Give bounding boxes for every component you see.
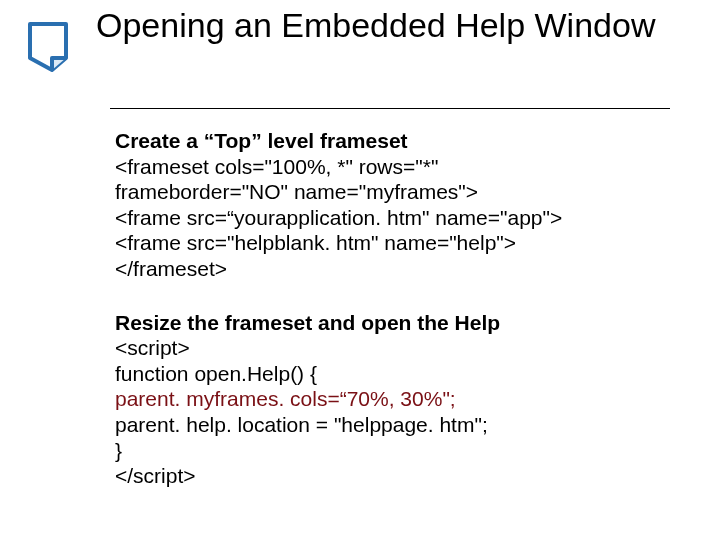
code-line: <frame src=“yourapplication. htm" name="… (115, 205, 680, 231)
slide: Opening an Embedded Help Window Create a… (0, 0, 720, 540)
code-line: </frameset> (115, 256, 680, 282)
section-resize-open-help: Resize the frameset and open the Help <s… (115, 310, 680, 489)
code-line: </script> (115, 463, 680, 489)
document-icon (16, 4, 96, 82)
title-underline (110, 108, 670, 109)
code-line: <frameset cols="100%, *" rows="*" (115, 154, 680, 180)
page-title: Opening an Embedded Help Window (96, 4, 655, 45)
section2-heading: Resize the frameset and open the Help (115, 310, 680, 336)
code-line: parent. help. location = "helppage. htm"… (115, 412, 680, 438)
section1-heading: Create a “Top” level frameset (115, 128, 680, 154)
code-line: frameborder="NO" name="myframes"> (115, 179, 680, 205)
code-line: } (115, 438, 680, 464)
code-line: <frame src="helpblank. htm" name="help"> (115, 230, 680, 256)
code-line-emphasis: parent. myframes. cols=“70%, 30%"; (115, 386, 680, 412)
code-line: function open.Help() { (115, 361, 680, 387)
header: Opening an Embedded Help Window (16, 4, 704, 82)
code-line: <script> (115, 335, 680, 361)
content: Create a “Top” level frameset <frameset … (115, 128, 680, 517)
section-create-frameset: Create a “Top” level frameset <frameset … (115, 128, 680, 282)
